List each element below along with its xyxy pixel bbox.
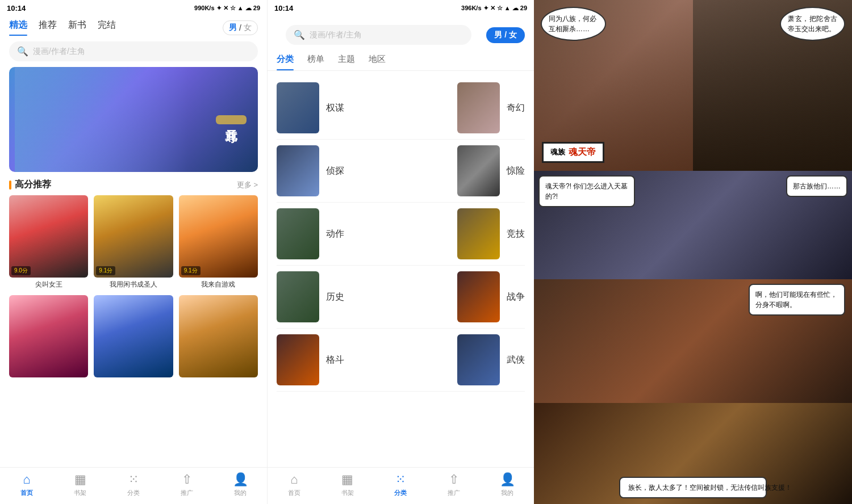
search-icon-2: 🔍: [294, 30, 305, 40]
nav-shelf-2[interactable]: ▦ 书架: [321, 472, 374, 497]
comic-item-2[interactable]: 9.1分 我用闲书成圣人: [94, 195, 173, 289]
promo-icon-2: ⇧: [449, 472, 459, 487]
gender-toggle-1[interactable]: 男 / 女: [223, 20, 258, 35]
mine-icon-2: 👤: [500, 472, 515, 487]
comic-item-1[interactable]: 9.0分 尖叫女王: [9, 195, 88, 289]
category-row-3: 历史 战争: [277, 266, 525, 329]
gender-toggle-2[interactable]: 男 / 女: [486, 27, 525, 43]
nav-mine-1[interactable]: 👤 我的: [214, 472, 267, 497]
speech-bubble-6: 啊，他们可能现在有些忙，分身不暇啊。: [749, 284, 845, 316]
clan-name: 魂族: [550, 147, 565, 157]
nav-home-label-1: 首页: [20, 489, 33, 497]
p2-tab-region[interactable]: 地区: [369, 54, 386, 70]
section-header-1: 高分推荐 更多 >: [0, 172, 267, 195]
more-link-1[interactable]: 更多 >: [237, 180, 258, 190]
comic-item-4[interactable]: [9, 295, 88, 377]
manga-panel-4: 族长，敌人太多了！空间被封锁，无法传信叫族支援！: [534, 403, 852, 504]
category-icon-1: ⁙: [128, 472, 139, 487]
home-icon-1: ⌂: [23, 472, 30, 487]
comic-item-6[interactable]: [179, 295, 258, 377]
nav-category-2[interactable]: ⁙ 分类: [374, 472, 428, 497]
p2-header: 🔍 漫画/作者/主角 男 / 女: [268, 16, 534, 54]
tab-featured[interactable]: 精选: [9, 19, 27, 36]
cat-name-dongzuo[interactable]: 动作: [326, 228, 344, 240]
cat-name-jingji[interactable]: 竞技: [507, 228, 525, 240]
cat-name-qihuan[interactable]: 奇幻: [507, 102, 525, 114]
manga-panel-1: 同为八族，何必互相厮杀…… 萧玄，把陀舍古帝玉交出来吧。 魂族 魂天帝: [534, 0, 852, 171]
time-2: 10:14: [274, 4, 293, 12]
char-name: 魂天帝: [569, 146, 596, 158]
search-placeholder-2: 漫画/作者/主角: [310, 30, 362, 40]
character-label: 魂族 魂天帝: [542, 142, 604, 163]
nav-home-label-2: 首页: [288, 489, 300, 497]
comic-title-1: 尖叫女王: [9, 280, 88, 289]
section-title-1: 高分推荐: [9, 179, 51, 191]
nav-home-2[interactable]: ⌂ 首页: [268, 472, 321, 497]
cat-name-gedou[interactable]: 格斗: [326, 354, 344, 366]
nav-mine-2[interactable]: 👤 我的: [481, 472, 534, 497]
category-row-4: 格斗 武侠: [277, 329, 525, 392]
p2-tab-rank[interactable]: 榜单: [307, 54, 324, 70]
nav-tabs-1: 精选 推荐 新书 完结 男 / 女: [0, 16, 267, 36]
nav-promo-1[interactable]: ⇧ 推广: [160, 472, 214, 497]
category-row-0: 权谋 奇幻: [277, 77, 525, 140]
p2-tab-category[interactable]: 分类: [277, 54, 294, 70]
comic-title-2: 我用闲书成圣人: [94, 280, 173, 289]
cat-name-jingxian[interactable]: 惊险: [507, 165, 525, 177]
search-icon-1: 🔍: [17, 46, 28, 57]
speech-bubble-1: 同为八族，何必互相厮杀……: [541, 7, 606, 41]
banner-character: [15, 67, 189, 172]
bottom-nav-2: ⌂ 首页 ▦ 书架 ⁙ 分类 ⇧ 推广 👤 我的: [268, 467, 534, 504]
banner-1[interactable]: 元尊: [9, 67, 258, 172]
cat-name-lishi[interactable]: 历史: [326, 291, 344, 303]
nav-mine-label-2: 我的: [501, 489, 513, 497]
tab-recommend[interactable]: 推荐: [39, 19, 57, 36]
p2-tab-theme[interactable]: 主题: [338, 54, 355, 70]
comic-thumb-2: 9.1分: [94, 195, 173, 278]
comic-item-5[interactable]: [94, 295, 173, 377]
promo-icon-1: ⇧: [182, 472, 192, 487]
comic-grid-2: [0, 289, 267, 377]
cat-thumb-jingxian: [457, 145, 500, 196]
cat-name-quanmou[interactable]: 权谋: [326, 102, 344, 114]
nav-promo-label-2: 推广: [448, 489, 460, 497]
nav-category-1[interactable]: ⁙ 分类: [107, 472, 160, 497]
panel-reader: 同为八族，何必互相厮杀…… 萧玄，把陀舍古帝玉交出来吧。 魂族 魂天帝 魂天帝?…: [534, 0, 852, 504]
nav-shelf-1[interactable]: ▦ 书架: [53, 472, 107, 497]
comic-item-3[interactable]: 9.1分 我来自游戏: [179, 195, 258, 289]
gender-male-1: 男: [229, 23, 237, 33]
nav-promo-label-1: 推广: [181, 489, 193, 497]
nav-promo-2[interactable]: ⇧ 推广: [427, 472, 481, 497]
cat-name-zhanzheng[interactable]: 战争: [507, 291, 525, 303]
shelf-icon-1: ▦: [74, 472, 86, 487]
speech-bubble-4: 魂天帝?! 你们怎么进入天墓的?!: [538, 175, 635, 207]
category-grid: 权谋 奇幻 侦探 惊险 动作 竞技 历史: [268, 71, 534, 467]
tab-finished[interactable]: 完结: [98, 19, 116, 36]
status-icons-1: 990K/s ✦ ✕ ☆ ▲ ☁ 29: [194, 5, 260, 12]
category-row-2: 动作 竞技: [277, 203, 525, 266]
score-3: 9.1分: [181, 266, 201, 275]
score-1: 9.0分: [11, 266, 31, 275]
nav-home-1[interactable]: ⌂ 首页: [0, 472, 53, 497]
p2-search-bar[interactable]: 🔍 漫画/作者/主角: [286, 25, 471, 45]
cat-name-zhentan[interactable]: 侦探: [326, 165, 344, 177]
cat-thumb-gedou: [277, 334, 319, 385]
banner-title: 元尊: [216, 115, 247, 124]
cat-thumb-quanmou: [277, 82, 319, 133]
speech-bubble-2: 萧玄，把陀舍古帝玉交出来吧。: [780, 7, 845, 41]
speech-bubble-5: 那古族他们……: [786, 175, 847, 197]
speech-bubble-7: 族长，敌人太多了！空间被封锁，无法传信叫族支援！: [619, 477, 767, 498]
gender-female-1: 女: [244, 23, 252, 33]
comic-thumb-1: 9.0分: [9, 195, 88, 278]
cat-thumb-zhanzheng: [457, 271, 500, 322]
category-icon-2: ⁙: [395, 472, 406, 487]
nav-shelf-label-2: 书架: [341, 489, 354, 497]
tab-new[interactable]: 新书: [68, 19, 86, 36]
score-2: 9.1分: [96, 266, 115, 275]
cat-name-wuxia[interactable]: 武侠: [507, 354, 525, 366]
cat-thumb-zhentan: [277, 145, 319, 196]
search-bar-1[interactable]: 🔍 漫画/作者/主角: [9, 41, 258, 61]
status-bar-2: 10:14 396K/s ✦ ✕ ☆ ▲ ☁ 29: [268, 0, 534, 16]
status-icons-2: 396K/s ✦ ✕ ☆ ▲ ☁ 29: [461, 5, 527, 12]
bottom-nav-1: ⌂ 首页 ▦ 书架 ⁙ 分类 ⇧ 推广 👤 我的: [0, 467, 267, 504]
